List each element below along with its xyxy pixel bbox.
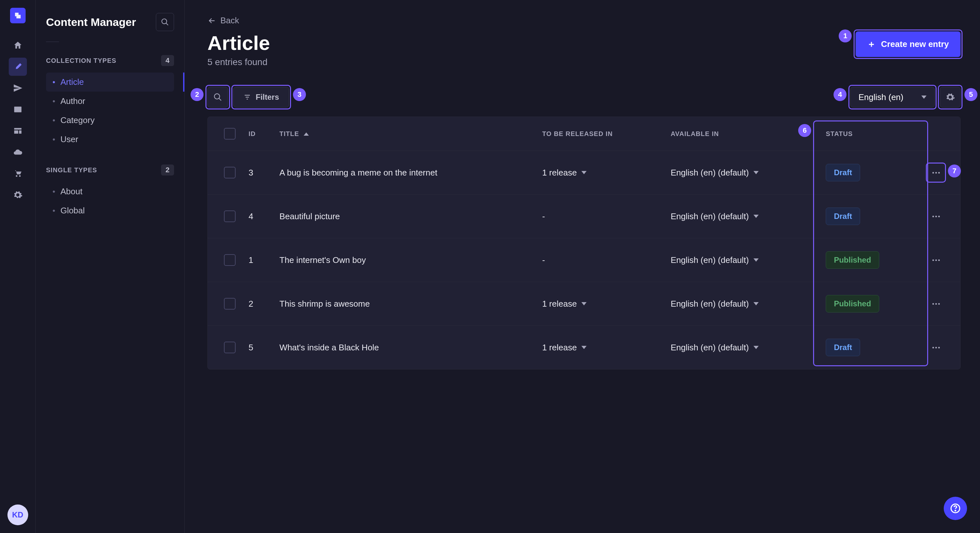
sidebar-item[interactable]: Author — [46, 92, 174, 111]
cell-status: Draft — [819, 151, 921, 195]
row-checkbox[interactable] — [224, 298, 235, 309]
row-actions-button[interactable] — [928, 339, 944, 355]
sidebar-item[interactable]: Article — [46, 73, 174, 92]
cell-release: 1 release — [536, 326, 664, 370]
highlight-badge: 7 — [948, 165, 961, 178]
col-title-label: Title — [279, 130, 299, 137]
single-types-header: Single Types — [46, 167, 97, 174]
col-status[interactable]: Status — [819, 117, 921, 151]
col-available[interactable]: Available In — [664, 117, 819, 151]
nav-media-icon[interactable] — [9, 100, 27, 119]
release-dropdown[interactable]: 1 release — [542, 299, 587, 309]
nav-content-icon[interactable] — [9, 58, 27, 76]
status-badge: Published — [826, 295, 879, 313]
page-title: Article — [207, 32, 270, 54]
release-dropdown[interactable]: 1 release — [542, 343, 587, 353]
chevron-down-icon — [581, 346, 587, 349]
nav-builder-icon[interactable] — [9, 122, 27, 140]
status-badge: Draft — [826, 164, 860, 181]
table-row[interactable]: 2This shrimp is awesome1 releaseEnglish … — [208, 282, 960, 326]
filters-button[interactable]: Filters — [233, 87, 289, 108]
cell-status: Published — [819, 282, 921, 326]
logo[interactable] — [10, 8, 25, 23]
sidebar-title: Content Manager — [46, 16, 136, 29]
back-label: Back — [220, 16, 239, 25]
status-badge: Published — [826, 251, 879, 269]
nav-send-icon[interactable] — [9, 79, 27, 97]
row-checkbox[interactable] — [224, 211, 235, 222]
back-link[interactable]: Back — [207, 16, 239, 25]
row-actions-button[interactable] — [928, 252, 944, 268]
nav-home-icon[interactable] — [9, 36, 27, 54]
chevron-down-icon — [754, 302, 759, 305]
status-badge: Draft — [826, 208, 860, 225]
cell-release: 1 release — [536, 151, 664, 195]
collection-types-count: 4 — [161, 55, 174, 66]
locale-dropdown[interactable]: English (en) (default) — [670, 255, 758, 265]
chevron-down-icon — [581, 302, 587, 305]
locale-dropdown[interactable]: English (en) (default) — [670, 211, 758, 222]
col-title[interactable]: Title — [273, 117, 536, 151]
table-row[interactable]: 4Beautiful picture-English (en) (default… — [208, 195, 960, 238]
select-all-checkbox[interactable] — [224, 128, 235, 140]
cell-title: The internet's Own boy — [273, 238, 536, 282]
cell-available: English (en) (default) — [664, 195, 819, 238]
cell-id: 5 — [242, 326, 273, 370]
sidebar-item[interactable]: Category — [46, 111, 174, 130]
chevron-down-icon — [754, 259, 759, 262]
cell-title: This shrimp is awesome — [273, 282, 536, 326]
view-settings-button[interactable] — [940, 87, 961, 108]
release-dropdown[interactable]: 1 release — [542, 168, 587, 178]
locale-select[interactable]: English (en) — [850, 87, 935, 108]
table-row[interactable]: 5What's inside a Black Hole1 releaseEngl… — [208, 326, 960, 370]
row-actions-button[interactable] — [928, 296, 944, 312]
col-release[interactable]: To be released in — [536, 117, 664, 151]
divider — [46, 41, 59, 42]
highlight-badge: 1 — [839, 30, 852, 43]
nav-cloud-icon[interactable] — [9, 143, 27, 161]
sidebar-item[interactable]: About — [46, 182, 174, 201]
sort-asc-icon — [304, 132, 309, 136]
table-row[interactable]: 3A bug is becoming a meme on the interne… — [208, 151, 960, 195]
cell-id: 1 — [242, 238, 273, 282]
nav-marketplace-icon[interactable] — [9, 165, 27, 182]
cell-status: Draft — [819, 195, 921, 238]
row-checkbox[interactable] — [224, 167, 235, 178]
cell-title: What's inside a Black Hole — [273, 326, 536, 370]
row-checkbox[interactable] — [224, 342, 235, 353]
highlight-badge: 3 — [293, 88, 306, 101]
entries-table: 6 ID Title To be released in Available I… — [207, 117, 961, 370]
cell-title: Beautiful picture — [273, 195, 536, 238]
help-button[interactable] — [944, 497, 967, 520]
locale-dropdown[interactable]: English (en) (default) — [670, 343, 758, 353]
chevron-down-icon — [754, 346, 759, 349]
cell-release: - — [536, 195, 664, 238]
col-id[interactable]: ID — [242, 117, 273, 151]
row-actions-button[interactable] — [928, 165, 944, 181]
status-badge: Draft — [826, 339, 860, 356]
row-actions-button[interactable] — [928, 208, 944, 224]
nav-rail: KD — [0, 0, 36, 533]
row-checkbox[interactable] — [224, 254, 235, 266]
nav-settings-icon[interactable] — [9, 186, 27, 204]
create-label: Create new entry — [881, 39, 949, 49]
chevron-down-icon — [581, 171, 587, 174]
sidebar-search-button[interactable] — [156, 13, 174, 31]
locale-dropdown[interactable]: English (en) (default) — [670, 299, 758, 309]
create-entry-button[interactable]: Create new entry — [856, 32, 961, 57]
collection-types-header: Collection Types — [46, 57, 116, 65]
sidebar-item[interactable]: Global — [46, 201, 174, 220]
sidebar-item[interactable]: User — [46, 130, 174, 149]
svg-point-1 — [215, 94, 220, 99]
cell-id: 3 — [242, 151, 273, 195]
cell-title: A bug is becoming a meme on the internet — [273, 151, 536, 195]
user-avatar[interactable]: KD — [8, 504, 28, 525]
locale-dropdown[interactable]: English (en) (default) — [670, 168, 758, 178]
table-search-button[interactable] — [207, 87, 228, 108]
cell-available: English (en) (default) — [664, 282, 819, 326]
cell-release: 1 release — [536, 282, 664, 326]
highlight-badge: 2 — [191, 88, 204, 101]
table-row[interactable]: 1The internet's Own boy-English (en) (de… — [208, 238, 960, 282]
cell-release: - — [536, 238, 664, 282]
highlight-badge: 4 — [834, 88, 846, 101]
